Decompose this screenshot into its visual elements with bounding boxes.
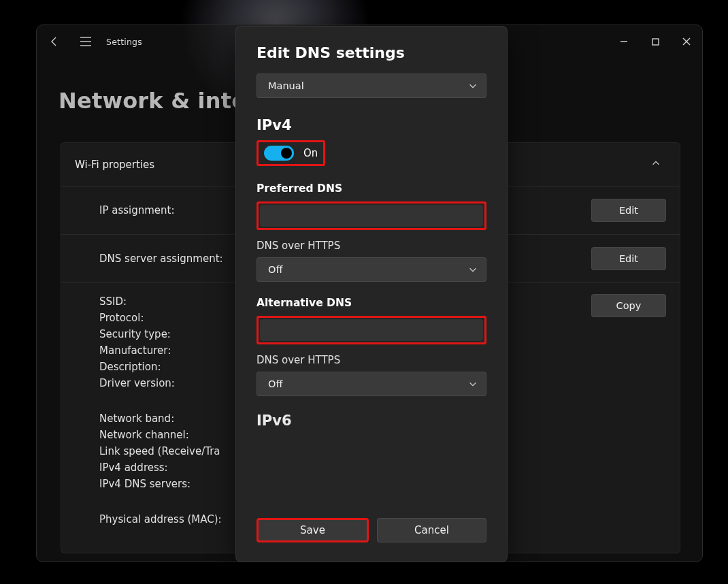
dns-mode-select[interactable]: Manual xyxy=(257,74,486,98)
back-button[interactable] xyxy=(41,28,68,55)
panel-header-title: Wi-Fi properties xyxy=(75,159,154,171)
alt-dns-input[interactable] xyxy=(260,319,483,341)
ipv4-toggle[interactable] xyxy=(264,146,294,161)
ipv4-toggle-label: On xyxy=(303,147,318,159)
chevron-down-icon xyxy=(468,81,478,91)
ipv4-toggle-highlight: On xyxy=(257,140,325,166)
doh2-select[interactable]: Off xyxy=(257,372,486,396)
cancel-button[interactable]: Cancel xyxy=(377,518,486,542)
doh2-label: DNS over HTTPS xyxy=(257,354,486,366)
doh1-label: DNS over HTTPS xyxy=(257,240,486,252)
dialog-title: Edit DNS settings xyxy=(257,44,486,61)
window-title: Settings xyxy=(106,37,142,47)
alt-dns-label: Alternative DNS xyxy=(257,297,486,309)
chevron-down-icon xyxy=(468,265,478,274)
maximize-button[interactable] xyxy=(640,31,671,52)
doh2-value: Off xyxy=(268,378,282,389)
collapse-icon[interactable] xyxy=(651,158,661,171)
svg-rect-4 xyxy=(652,39,659,45)
dns-assignment-edit-button[interactable]: Edit xyxy=(591,247,666,270)
dns-mode-value: Manual xyxy=(268,80,304,91)
preferred-dns-highlight xyxy=(257,201,486,230)
close-button[interactable] xyxy=(671,31,702,52)
preferred-dns-input[interactable] xyxy=(260,205,483,227)
copy-button[interactable]: Copy xyxy=(591,294,666,317)
save-button[interactable]: Save xyxy=(257,518,369,542)
preferred-dns-label: Preferred DNS xyxy=(257,182,486,195)
hamburger-button[interactable] xyxy=(72,28,99,55)
doh1-select[interactable]: Off xyxy=(257,257,486,282)
edit-dns-dialog: Edit DNS settings Manual IPv4 On Preferr… xyxy=(235,26,508,562)
ipv6-heading: IPv6 xyxy=(257,412,486,429)
ipv4-heading: IPv4 xyxy=(257,117,486,133)
minimize-button[interactable] xyxy=(608,31,640,52)
chevron-down-icon xyxy=(468,379,478,389)
doh1-value: Off xyxy=(268,264,282,275)
ip-assignment-edit-button[interactable]: Edit xyxy=(591,199,666,222)
alt-dns-highlight xyxy=(257,316,486,344)
